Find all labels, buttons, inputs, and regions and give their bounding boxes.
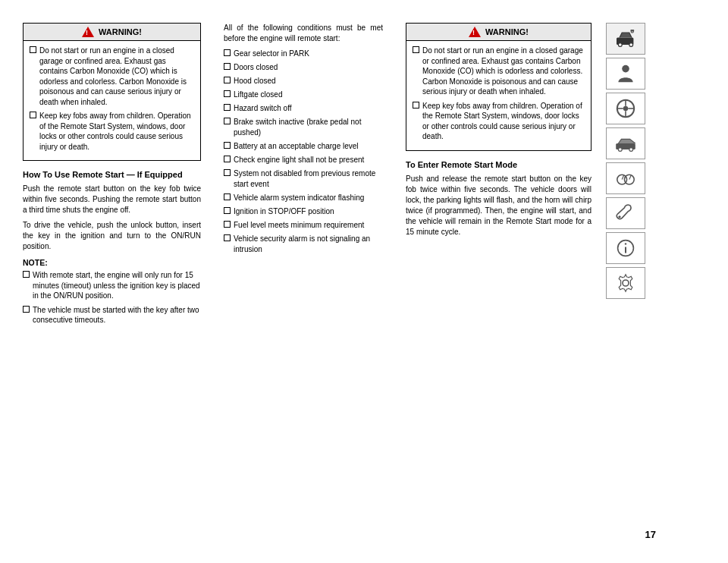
checkbox-icon [224, 104, 231, 111]
note-item-1: With remote start, the engine will only … [23, 270, 201, 301]
warning-item: Keep key fobs away from children. Operat… [30, 111, 194, 152]
sidebar-car-key-icon-box[interactable] [606, 23, 645, 55]
sidebar [599, 15, 652, 337]
checklist-item: Doors closed [224, 62, 383, 73]
checkbox-icon [224, 156, 231, 162]
checkbox-icon [224, 207, 231, 214]
car-side-icon [613, 131, 638, 156]
checkbox-icon [224, 77, 231, 83]
warning-text-1: Do not start or run an engine in a close… [39, 46, 194, 107]
checklist-text-1: Doors closed [234, 62, 383, 73]
checklist-item: Liftgate closed [224, 90, 383, 100]
checklist-item: Hood closed [224, 76, 383, 86]
svg-point-19 [618, 215, 620, 218]
warning-title-left: WARNING! [99, 27, 142, 36]
note-item-2: The vehicle must be started with the key… [23, 305, 201, 326]
warning-triangle-right [469, 27, 481, 37]
sidebar-wrench-icon-box[interactable] [606, 197, 645, 229]
checklist-item: Gear selector in PARK [224, 49, 383, 59]
info-icon [613, 236, 638, 260]
sidebar-person-icon-box[interactable] [606, 58, 645, 90]
gauges-icon [613, 166, 638, 190]
warning-text-2: Keep key fobs away from children. Operat… [39, 111, 194, 152]
checklist-item: Ignition in STOP/OFF position [224, 206, 383, 217]
svg-point-22 [625, 243, 626, 244]
checkbox-icon [30, 46, 36, 53]
checkbox-icon [224, 118, 231, 124]
checklist-item: System not disabled from previous remote… [224, 168, 383, 190]
sidebar-info-icon-box[interactable] [606, 232, 645, 264]
warning-triangle-left [82, 27, 94, 37]
checkbox-icon [224, 234, 231, 241]
middle-intro: All of the following conditions must be … [224, 23, 383, 44]
page-number: 17 [645, 529, 656, 540]
middle-column: All of the following conditions must be … [212, 15, 394, 337]
svg-point-7 [623, 106, 628, 111]
warning-item: Do not start or run an engine in a close… [413, 46, 585, 97]
svg-point-1 [618, 43, 622, 47]
checkbox-icon [224, 90, 231, 97]
checklist-item: Hazard switch off [224, 103, 383, 114]
checkbox-icon [23, 306, 30, 313]
checkbox-icon [413, 102, 419, 109]
right-body-text: Push and release the remote start button… [406, 174, 592, 237]
checklist-text-9: Vehicle alarm system indicator flashing [234, 193, 383, 203]
checkbox-icon [224, 193, 231, 200]
note-label: NOTE: [23, 258, 201, 267]
svg-point-13 [618, 148, 622, 152]
checklist-item: Check engine light shall not be present [224, 155, 383, 165]
sidebar-steering-icon-box[interactable] [606, 93, 645, 124]
checklist-text-7: Check engine light shall not be present [234, 155, 383, 165]
wrench-icon [613, 201, 638, 225]
svg-point-14 [629, 148, 633, 152]
right-column: WARNING! Do not start or run an engine i… [394, 15, 599, 337]
checkbox-icon [224, 49, 231, 56]
enter-remote-start-heading: To Enter Remote Start Mode [406, 160, 592, 169]
checkbox-icon [224, 63, 231, 70]
warning-item: Keep key fobs away from children. Operat… [413, 101, 585, 142]
checklist-text-6: Battery at an acceptable charge level [234, 141, 383, 152]
body-text-2: To drive the vehicle, push the unlock bu… [23, 220, 201, 252]
checklist-text-11: Fuel level meets minimum requirement [234, 220, 383, 231]
svg-point-23 [623, 280, 629, 286]
sidebar-settings-icon-box[interactable] [606, 267, 645, 299]
person-icon [613, 61, 638, 86]
right-warning-text-2: Keep key fobs away from children. Operat… [422, 101, 585, 142]
sidebar-gauges-icon-box[interactable] [606, 162, 645, 194]
left-column: WARNING! Do not start or run an engine i… [15, 15, 212, 337]
svg-line-17 [622, 175, 623, 180]
warning-header-right: WARNING! [406, 24, 591, 41]
checkbox-icon [413, 46, 419, 53]
svg-point-4 [631, 30, 633, 33]
checklist-text-8: System not disabled from previous remote… [234, 168, 383, 190]
svg-point-2 [629, 43, 633, 47]
checklist-text-3: Liftgate closed [234, 90, 383, 100]
checklist-text-10: Ignition in STOP/OFF position [234, 206, 383, 217]
checkbox-icon [23, 271, 30, 278]
how-to-use-heading: How To Use Remote Start — If Equipped [23, 170, 201, 179]
checklist-text-0: Gear selector in PARK [234, 49, 383, 59]
checklist-item: Vehicle security alarm is not signaling … [224, 234, 383, 255]
right-warning-text-1: Do not start or run an engine in a close… [422, 46, 585, 97]
svg-line-18 [629, 175, 631, 180]
warning-title-right: WARNING! [485, 27, 529, 36]
warning-item: Do not start or run an engine in a close… [30, 46, 194, 107]
warning-body-right: Do not start or run an engine in a close… [406, 41, 591, 150]
warning-box-left: WARNING! Do not start or run an engine i… [23, 23, 201, 161]
warning-header-left: WARNING! [24, 24, 200, 41]
checkbox-icon [224, 142, 231, 149]
checklist-item: Vehicle alarm system indicator flashing [224, 193, 383, 203]
sidebar-car-side-icon-box[interactable] [606, 127, 645, 159]
car-key-icon [613, 27, 638, 51]
settings-icon [613, 271, 638, 295]
checklist-item: Fuel level meets minimum requirement [224, 220, 383, 231]
checklist-item: Battery at an acceptable charge level [224, 141, 383, 152]
warning-box-right: WARNING! Do not start or run an engine i… [406, 23, 592, 151]
checkbox-icon [30, 112, 36, 118]
checklist-container: Gear selector in PARKDoors closedHood cl… [224, 49, 383, 255]
note-text-2: The vehicle must be started with the key… [33, 305, 201, 326]
svg-point-5 [622, 65, 629, 73]
body-text-1: Push the remote start button on the key … [23, 184, 201, 215]
warning-body-left: Do not start or run an engine in a close… [24, 41, 200, 160]
steering-wheel-icon [613, 96, 638, 121]
